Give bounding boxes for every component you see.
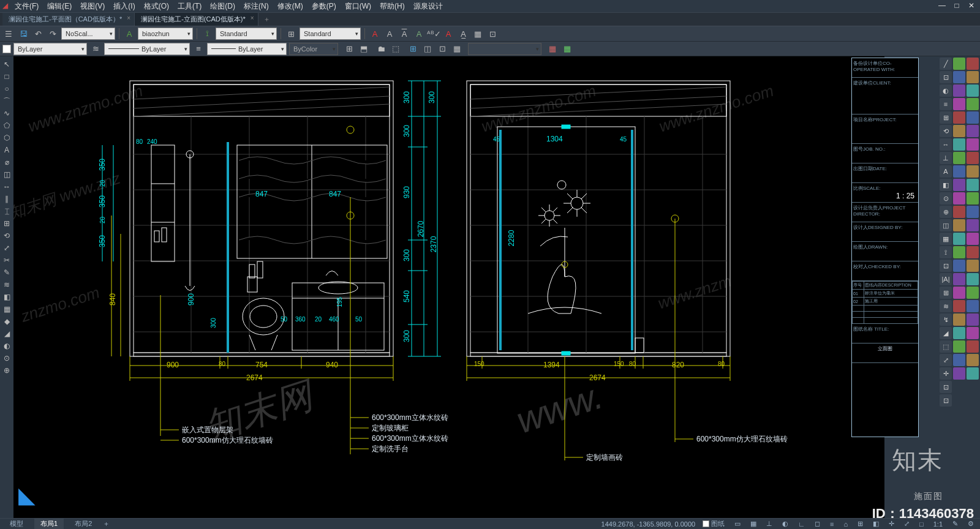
group-dropdown[interactable] [468, 43, 541, 55]
move-icon[interactable]: ↔ [1, 181, 12, 192]
model-tab[interactable]: 模型 [4, 519, 29, 529]
xref-icon[interactable]: ⬚ [390, 43, 402, 55]
palette-icon[interactable] [953, 179, 965, 191]
text-icon[interactable]: A [442, 28, 454, 40]
snap-toggle[interactable]: ∟ [796, 520, 807, 528]
rotate-icon[interactable]: ⟲ [1, 230, 12, 241]
palette-icon[interactable] [967, 165, 979, 178]
menu-item[interactable]: 修改(M) [277, 1, 303, 12]
snap-toggle[interactable]: ✛ [886, 520, 897, 528]
insert-icon[interactable]: ⬒ [358, 43, 370, 55]
trim-icon[interactable]: ✂ [1, 255, 12, 266]
snap-toggle[interactable]: ⊞ [855, 520, 865, 528]
palette-icon[interactable] [967, 246, 979, 258]
palette-icon[interactable] [953, 165, 965, 178]
lineweight-icon[interactable]: ≡ [192, 43, 205, 55]
line-icon[interactable]: ↖ [1, 59, 12, 70]
palette-icon[interactable] [967, 152, 979, 164]
snap-toggle[interactable]: ◐ [780, 520, 791, 528]
menu-item[interactable]: 窗口(W) [345, 1, 371, 12]
palette-icon[interactable]: ⊡ [940, 381, 952, 393]
palette-icon[interactable] [967, 206, 979, 218]
explode-icon[interactable]: ▦ [1, 304, 12, 315]
palette-icon[interactable]: ↯ [940, 313, 952, 326]
settings-icon[interactable]: ⚙ [965, 520, 976, 528]
palette-icon[interactable]: ≋ [940, 300, 952, 312]
fillet-icon[interactable]: ≋ [1, 279, 12, 290]
palette-icon[interactable]: ⊡ [940, 71, 952, 83]
doc-tab[interactable]: 澜园住宅施工-立面图(CAD低版本)*× [135, 13, 258, 26]
palette-icon[interactable]: ◫ [940, 219, 952, 231]
palette-icon[interactable] [967, 367, 979, 380]
tool-icon[interactable]: ⊕ [1, 365, 12, 376]
circle-icon[interactable]: ○ [1, 83, 12, 94]
palette-icon[interactable]: ◐ [940, 84, 952, 97]
palette-icon[interactable]: ⊕ [940, 206, 952, 218]
palette-icon[interactable] [953, 367, 965, 380]
arc-icon[interactable]: ⌒ [1, 96, 12, 107]
visual-style-icon[interactable]: ▦ [561, 43, 573, 55]
palette-icon[interactable]: ⬚ [940, 340, 952, 353]
palette-icon[interactable]: ⊡ [940, 394, 952, 407]
hatch-icon[interactable]: ◫ [1, 169, 12, 180]
palette-icon[interactable] [967, 58, 979, 70]
palette-icon[interactable] [967, 313, 979, 326]
array-icon[interactable]: ⊞ [1, 218, 12, 229]
snap-toggle[interactable]: ⌂ [841, 520, 850, 528]
tab-add-button[interactable]: ＋ [258, 13, 275, 26]
palette-icon[interactable] [967, 300, 979, 312]
palette-icon[interactable] [953, 152, 965, 164]
palette-icon[interactable] [953, 84, 965, 97]
palette-icon[interactable]: ▦ [940, 233, 952, 245]
menu-item[interactable]: 参数(P) [312, 1, 336, 12]
spellcheck-icon[interactable]: ᴬᴮ✓ [428, 28, 440, 40]
attach-icon[interactable]: 🖿 [375, 43, 387, 55]
palette-icon[interactable] [953, 233, 965, 245]
scale-icon[interactable]: ⤢ [1, 242, 12, 253]
block-icon[interactable]: ⊞ [343, 43, 355, 55]
palette-icon[interactable]: ⊥ [940, 152, 952, 164]
undo-icon[interactable]: ↶ [32, 28, 44, 40]
maximize-button[interactable]: □ [952, 1, 962, 10]
chamfer-icon[interactable]: ◧ [1, 291, 12, 302]
tab-close-icon[interactable]: × [127, 15, 130, 21]
palette-icon[interactable] [953, 58, 965, 70]
dim-style-dropdown[interactable]: Standard [216, 28, 277, 40]
spline-icon[interactable]: ∿ [1, 108, 12, 119]
tool-icon[interactable]: ⊙ [1, 353, 12, 364]
palette-icon[interactable]: ↔ [940, 138, 952, 151]
menu-item[interactable]: 绘图(D) [210, 1, 235, 12]
palette-icon[interactable]: ⟲ [940, 125, 952, 137]
snap-toggle[interactable]: □ [917, 520, 926, 528]
palette-icon[interactable] [953, 219, 965, 231]
annotation-scale-icon[interactable]: A [123, 28, 135, 40]
palette-icon[interactable] [953, 206, 965, 218]
ellipse-icon[interactable]: ⌀ [1, 157, 12, 168]
snap-toggle[interactable]: ▦ [748, 520, 759, 528]
text-icon[interactable]: A [369, 28, 381, 40]
array-icon[interactable]: ◫ [421, 43, 434, 55]
linetype-dropdown[interactable]: ByLayer [104, 43, 190, 55]
palette-icon[interactable] [967, 340, 979, 353]
palette-icon[interactable] [953, 340, 965, 353]
palette-icon[interactable] [953, 125, 965, 137]
minimize-button[interactable]: — [937, 1, 947, 10]
tool-icon[interactable]: ◐ [1, 340, 12, 351]
drawing-canvas[interactable]: www.znzmo.com 知末网 www.znz znzmo.com www.… [13, 56, 884, 518]
palette-icon[interactable]: ⤢ [940, 354, 952, 366]
menu-item[interactable]: 视图(V) [80, 1, 105, 12]
save-icon[interactable]: 🖫 [17, 28, 29, 40]
palette-icon[interactable] [953, 327, 965, 339]
palette-icon[interactable] [967, 233, 979, 245]
layer-indicator[interactable]: 图纸 [700, 519, 727, 528]
palette-icon[interactable] [967, 192, 979, 204]
palette-icon[interactable] [967, 98, 979, 110]
palette-icon[interactable]: ⊞ [940, 111, 952, 124]
text-style-dropdown[interactable]: biaozhun [138, 28, 193, 40]
offset-icon[interactable]: ∥ [1, 193, 12, 204]
text-icon[interactable]: A [383, 28, 396, 40]
menu-item[interactable]: 编辑(E) [47, 1, 72, 12]
palette-icon[interactable] [967, 260, 979, 272]
menu-item[interactable]: 格式(O) [144, 1, 169, 12]
palette-icon[interactable] [967, 138, 979, 151]
